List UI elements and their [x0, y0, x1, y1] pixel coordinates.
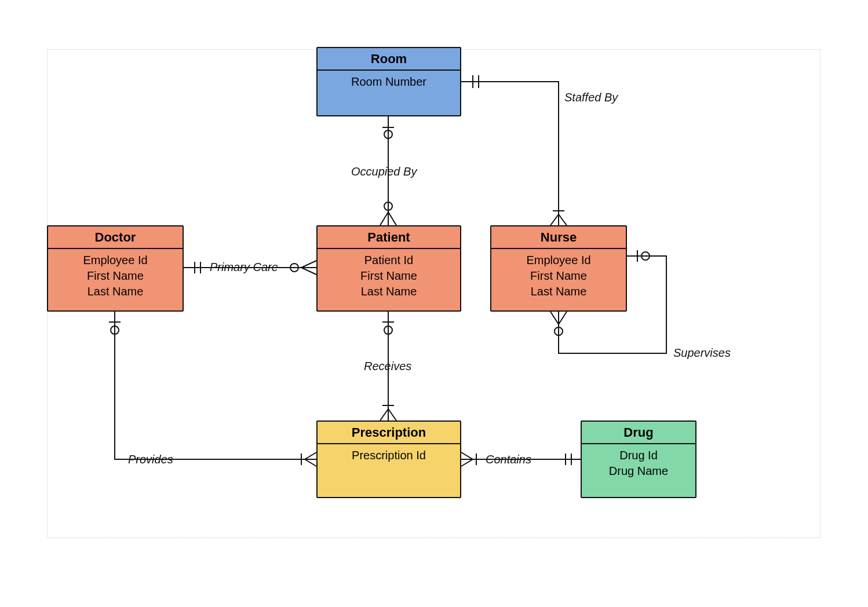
attr: Prescription Id	[320, 448, 458, 463]
attr: Last Name	[494, 284, 623, 299]
entity-prescription-attrs: Prescription Id	[318, 444, 460, 468]
entity-nurse-title: Nurse	[491, 226, 626, 249]
label-occupied-by: Occupied By	[351, 165, 417, 178]
entity-prescription[interactable]: Prescription Prescription Id	[316, 420, 461, 498]
entity-patient-attrs: Patient Id First Name Last Name	[318, 249, 460, 304]
diagram-canvas: Room Room Number Doctor Employee Id Firs…	[0, 0, 868, 607]
entity-room-attrs: Room Number	[318, 71, 460, 94]
attr: Last Name	[320, 284, 458, 299]
entity-room[interactable]: Room Room Number	[316, 47, 461, 116]
entity-drug-title: Drug	[582, 422, 695, 444]
label-provides: Provides	[128, 453, 173, 466]
attr: Employee Id	[494, 253, 623, 268]
label-staffed-by: Staffed By	[564, 91, 618, 104]
attr: First Name	[50, 268, 180, 284]
attr: Patient Id	[320, 253, 458, 268]
label-primary-care: Primary Care	[210, 261, 278, 274]
entity-prescription-title: Prescription	[318, 422, 460, 444]
entity-doctor-title: Doctor	[48, 226, 183, 249]
entity-drug[interactable]: Drug Drug Id Drug Name	[581, 420, 696, 498]
label-receives: Receives	[364, 360, 411, 373]
entity-room-title: Room	[318, 48, 460, 71]
label-contains: Contains	[486, 453, 531, 466]
label-supervises: Supervises	[673, 346, 731, 360]
entity-patient[interactable]: Patient Patient Id First Name Last Name	[316, 225, 461, 312]
attr: First Name	[320, 268, 458, 284]
entity-doctor-attrs: Employee Id First Name Last Name	[48, 249, 183, 304]
attr: Employee Id	[50, 253, 180, 268]
entity-doctor[interactable]: Doctor Employee Id First Name Last Name	[47, 225, 184, 312]
attr: First Name	[494, 268, 623, 284]
attr: Last Name	[50, 284, 180, 299]
entity-patient-title: Patient	[318, 226, 460, 249]
entity-nurse[interactable]: Nurse Employee Id First Name Last Name	[490, 225, 627, 312]
entity-drug-attrs: Drug Id Drug Name	[582, 444, 695, 484]
attr: Room Number	[320, 74, 458, 90]
attr: Drug Id	[584, 448, 693, 463]
attr: Drug Name	[584, 463, 693, 479]
entity-nurse-attrs: Employee Id First Name Last Name	[491, 249, 626, 304]
